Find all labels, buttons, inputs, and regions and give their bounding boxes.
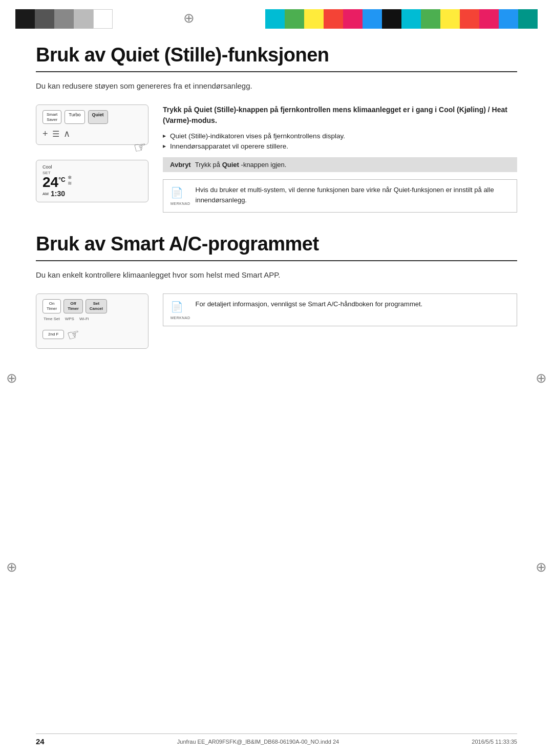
section1-title: Bruk av Quiet (Stille)-funksjonen [36,44,517,72]
remote2-bottom-row: 2nd F ☞ [42,325,142,343]
avbryt-bold: Quiet [222,161,239,169]
section2-body: OnTimer OffTimer SetCancel Time Set WPS … [36,293,517,349]
color-swatch-yellow2 [440,9,460,29]
display-left: SET 24°C [42,171,66,190]
note-text-2: For detaljert informasjon, vennligst se … [196,299,423,309]
finger-icon: ☞ [132,138,147,157]
quiet-button: Quiet [88,110,108,124]
page-number: 24 [36,737,45,746]
turbo-button: Turbo [65,110,84,124]
display-row: SET 24°C ❄ ≋ [42,171,142,190]
page-content: Bruk av Quiet (Stille)-funksjonen Du kan… [0,29,553,369]
color-swatch-red2 [460,9,479,29]
display-time-row: AM 1:30 [42,190,142,198]
am-label: AM [42,192,49,196]
wps-label: WPS [65,317,74,321]
finger-press-area: ☞ [36,137,146,156]
note-box-2: 📄 MERKNAD For detaljert informasjon, ven… [163,293,517,327]
color-swatch-teal [518,9,538,29]
color-swatch-magenta [343,9,363,29]
remote2-buttons-row: OnTimer OffTimer SetCancel [42,299,142,314]
plus-icon: + [42,129,48,139]
color-strip-left [15,9,113,29]
color-swatch-darkgray [35,9,54,29]
avbryt-text-pre: Trykk på [195,161,220,169]
reg-mark-top-center: ⊕ [183,11,195,25]
color-swatch-blue2 [499,9,518,29]
section1-body: SmartSaver Turbo Quiet + ☰ ∧ ☞ Cool [36,104,517,213]
right-reg-mark2: ⊕ [536,560,547,574]
bullet-list: Quiet (Stille)-indikatoren vises på fjer… [163,132,517,150]
color-swatch-cyan2 [401,9,421,29]
color-swatch-yellow [304,9,324,29]
set-cancel-button: SetCancel [86,299,107,314]
top-bar: ⊕ [0,0,553,29]
note-icon-area: 📄 MERKNAD [171,185,190,207]
on-timer-button: OnTimer [42,299,61,314]
note-box-1: 📄 MERKNAD Hvis du bruker et multi-system… [163,179,517,213]
temp-value: 24 [42,174,58,190]
display-time: 1:30 [51,190,65,198]
note2-document-icon: 📄 [171,301,183,312]
wifi-label: Wi-Fi [79,317,89,321]
note-label-1: MERKNAD [171,201,190,207]
color-swatch-red [324,9,343,29]
section2-title: Bruk av Smart A/C-programmet [36,233,517,261]
display-icons: ❄ ≋ [68,175,72,186]
temp-unit: °C [58,176,65,183]
remote2-diagram: OnTimer OffTimer SetCancel Time Set WPS … [36,293,148,349]
color-swatch-magenta2 [479,9,499,29]
date-info: 2016/5/5 11:33:35 [472,739,517,745]
avbryt-box: Avbryt Trykk på Quiet -knappen igjen. [163,157,517,172]
color-swatch-gray [54,9,74,29]
color-swatch-black2 [382,9,401,29]
fan-icon: ☰ [52,129,59,139]
note-text-1: Hvis du bruker et multi-system, vil denn… [196,185,509,205]
remote1-buttons-row: SmartSaver Turbo Quiet [42,110,142,124]
2ndf-button: 2nd F [42,330,64,339]
left-reg-mark: ⊕ [6,371,17,385]
right-reg-mark: ⊕ [536,371,547,385]
color-swatch-blue [363,9,382,29]
section1-subtitle: Du kan redusere støyen som genereres fra… [36,81,517,90]
smart-saver-button: SmartSaver [42,110,61,124]
avbryt-text: Trykk på Quiet -knappen igjen. [195,161,287,169]
avbryt-label: Avbryt [170,161,191,169]
color-swatch-black [15,9,35,29]
color-swatch-white [93,9,113,29]
page-footer: 24 Junfrau EE_AR09FSFK@_IB&IM_DB68-06190… [36,733,517,746]
note2-icon-area: 📄 MERKNAD [171,299,190,321]
section2-subtitle: Du kan enkelt kontrollere klimaanlegget … [36,270,517,279]
remote1-bottom: Cool SET 24°C ❄ ≋ AM 1:30 [36,160,148,202]
wave-icon: ≋ [68,180,72,186]
section2-right: 📄 MERKNAD For detaljert informasjon, ven… [163,293,517,327]
time-set-label: Time Set [44,317,60,321]
note-label-2: MERKNAD [171,316,190,321]
color-swatch-green [285,9,304,29]
off-timer-button: OffTimer [63,299,83,314]
bullet-item-2: Innendørsapparatet vil operere stillere. [163,142,517,150]
color-swatch-green2 [421,9,440,29]
color-swatch-cyan [265,9,285,29]
section1-right: Trykk på Quiet (Stille)-knappen på fjern… [163,104,517,213]
color-swatch-lightgray [74,9,93,29]
snowflake-icon: ❄ [68,175,72,180]
up-arrow-icon: ∧ [63,128,70,139]
file-info: Junfrau EE_AR09FSFK@_IB&IM_DB68-06190A-0… [177,739,339,745]
bullet-item-1: Quiet (Stille)-indikatoren vises på fjer… [163,132,517,140]
display-cool-label: Cool [42,164,142,170]
display-temp: 24°C [42,175,66,190]
remote2-labels: Time Set WPS Wi-Fi [42,317,142,321]
color-strip-right [265,9,538,29]
left-reg-mark2: ⊕ [6,560,17,574]
finger-icon2: ☞ [66,325,82,345]
instruction-bold: Trykk på Quiet (Stille)-knappen på fjern… [163,104,517,126]
remote1-diagram: SmartSaver Turbo Quiet + ☰ ∧ ☞ Cool [36,104,148,202]
note-document-icon: 📄 [171,187,183,198]
avbryt-suffix: -knappen igjen. [241,161,287,169]
